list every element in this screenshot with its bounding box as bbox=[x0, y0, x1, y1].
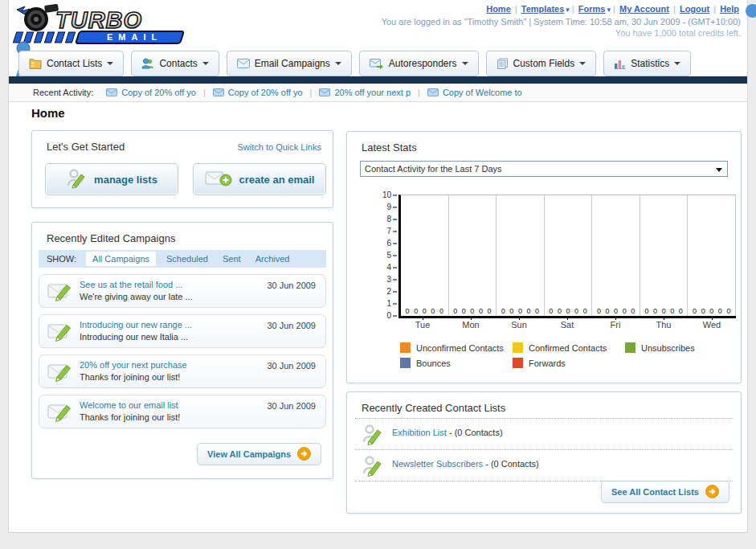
activity-item-label: Copy of Welcome to bbox=[443, 88, 522, 97]
data-value: 0 bbox=[414, 307, 418, 315]
nav-link-forms[interactable]: Forms bbox=[578, 4, 606, 14]
campaign-subtitle: Thanks for joining our list! bbox=[80, 372, 180, 382]
page-title: Home bbox=[31, 106, 65, 120]
y-tick-label: 4 bbox=[386, 263, 391, 272]
contact-list-items: Exhibition List - (0 Contacts)Newsletter… bbox=[355, 419, 733, 481]
data-value: 0 bbox=[453, 307, 457, 315]
campaign-card[interactable]: Introducing our new range ...Introducing… bbox=[39, 314, 326, 348]
data-value: 0 bbox=[597, 307, 601, 315]
chevron-down-icon bbox=[335, 62, 341, 65]
data-value: 0 bbox=[509, 307, 513, 315]
campaign-card[interactable]: 20% off your next purchaseThanks for joi… bbox=[39, 354, 326, 388]
campaign-card[interactable]: See us at the retail food ...We're givin… bbox=[39, 274, 326, 308]
y-tick-label: 2 bbox=[386, 287, 391, 296]
svg-text:EMAIL: EMAIL bbox=[107, 32, 162, 42]
data-value: 0 bbox=[679, 307, 683, 315]
y-tick-label: 5 bbox=[386, 251, 391, 260]
tab-custom-fields[interactable]: Custom Fields bbox=[486, 51, 597, 76]
tab-email-campaigns[interactable]: Email Campaigns bbox=[227, 51, 352, 76]
campaign-title-link[interactable]: 20% off your next purchase bbox=[80, 360, 187, 370]
campaign-title-link[interactable]: Welcome to our email list bbox=[80, 400, 178, 410]
person-pencil-icon bbox=[362, 455, 384, 481]
stats-period-dropdown[interactable]: Contact Activity for the Last 7 Days bbox=[360, 161, 728, 177]
tab-label: Contacts bbox=[159, 58, 197, 69]
tab-label: Contact Lists bbox=[47, 58, 102, 69]
autoresponders-icon bbox=[370, 59, 384, 69]
create-email-button[interactable]: create an email bbox=[193, 163, 326, 195]
recent-activity-item[interactable]: Copy of Welcome to bbox=[427, 88, 522, 97]
recent-activity-item[interactable]: 20% off your next p bbox=[319, 88, 411, 97]
y-tick-label: 3 bbox=[386, 275, 391, 284]
data-value-labels: 00000 bbox=[449, 307, 497, 315]
campaign-title-link[interactable]: Introducing our new range ... bbox=[80, 320, 192, 330]
contact-list-item[interactable]: Exhibition List - (0 Contacts) bbox=[355, 419, 733, 450]
nav-link-logout[interactable]: Logout bbox=[680, 4, 709, 14]
data-value: 0 bbox=[423, 307, 427, 315]
chevron-down-icon bbox=[674, 62, 680, 65]
show-label: SHOW: bbox=[47, 254, 76, 264]
nav-separator: | bbox=[711, 4, 718, 14]
chevron-down-icon bbox=[462, 62, 468, 65]
campaign-title-link[interactable]: See us at the retail food ... bbox=[80, 280, 182, 289]
view-all-campaigns-button[interactable]: View All Campaigns bbox=[197, 443, 321, 465]
recent-activity-item[interactable]: Copy of 20% off yo bbox=[213, 88, 303, 97]
see-all-contact-lists-label: See All Contact Lists bbox=[611, 487, 699, 497]
contact-list-name-link[interactable]: Newsletter Subscribers bbox=[392, 459, 483, 469]
stats-period-value: Contact Activity for the Last 7 Days bbox=[365, 164, 502, 174]
data-value: 0 bbox=[631, 307, 635, 315]
filter-sent[interactable]: Sent bbox=[223, 254, 241, 264]
contact-list-name-link[interactable]: Exhibition List bbox=[392, 428, 447, 437]
legend-swatch bbox=[400, 358, 411, 368]
data-value: 0 bbox=[583, 307, 587, 315]
switch-quick-links-link[interactable]: Switch to Quick Links bbox=[237, 142, 321, 152]
campaign-date: 30 Jun 2009 bbox=[267, 281, 316, 290]
data-value-labels: 00000 bbox=[545, 307, 592, 315]
data-value-labels: 00000 bbox=[688, 307, 735, 315]
create-email-label: create an email bbox=[239, 174, 315, 186]
data-value: 0 bbox=[518, 307, 522, 315]
tab-statistics[interactable]: Statistics bbox=[603, 51, 691, 76]
nav-link-help[interactable]: Help bbox=[720, 4, 739, 14]
chart-day-group: 00000 bbox=[497, 195, 545, 316]
latest-stats-title: Latest Stats bbox=[362, 141, 417, 154]
contact-list-item[interactable]: Newsletter Subscribers - (0 Contacts) bbox=[355, 450, 733, 481]
legend-item-bounces: Bounces bbox=[400, 358, 513, 368]
recent-activity-item[interactable]: Copy of 20% off yo bbox=[106, 88, 196, 97]
filter-links: All CampaignsScheduledSentArchived bbox=[83, 252, 296, 266]
filter-scheduled[interactable]: Scheduled bbox=[166, 254, 208, 264]
chevron-down-icon bbox=[716, 168, 722, 172]
chevron-down-icon bbox=[107, 62, 113, 65]
recent-activity-items: Copy of 20% off yo|Copy of 20% off yo|20… bbox=[106, 88, 522, 97]
tab-contacts[interactable]: Contacts bbox=[131, 51, 219, 76]
x-tick-label: Sat bbox=[543, 320, 591, 330]
data-value: 0 bbox=[462, 307, 466, 315]
contact-lists-title: Recently Created Contact Lists bbox=[362, 402, 505, 414]
campaign-card[interactable]: Welcome to our email listThanks for join… bbox=[39, 395, 326, 428]
manage-lists-button[interactable]: manage lists bbox=[45, 163, 178, 195]
nav-link-my-account[interactable]: My Account bbox=[619, 4, 669, 14]
nav-separator: | bbox=[611, 4, 618, 14]
main-nav-tabs: Contact ListsContactsEmail CampaignsAuto… bbox=[18, 51, 691, 76]
filter-archived[interactable]: Archived bbox=[255, 254, 290, 264]
chevron-down-icon bbox=[579, 62, 586, 65]
filter-all-campaigns[interactable]: All Campaigns bbox=[86, 252, 156, 266]
tab-autoresponders[interactable]: Autoresponders bbox=[359, 51, 479, 76]
legend-swatch bbox=[513, 342, 523, 353]
credits-info: You have 1,000 total credits left. bbox=[382, 28, 741, 38]
mail-icon bbox=[213, 88, 224, 96]
y-tick-label: 1 bbox=[386, 299, 391, 308]
nav-link-templates[interactable]: Templates bbox=[521, 4, 565, 14]
tab-label: Autoresponders bbox=[389, 58, 457, 69]
tab-label: Statistics bbox=[631, 58, 669, 69]
manage-lists-label: manage lists bbox=[94, 174, 157, 186]
tab-contact-lists[interactable]: Contact Lists bbox=[18, 51, 124, 76]
legend-swatch bbox=[625, 342, 635, 353]
see-all-contact-lists-button[interactable]: See All Contact Lists bbox=[601, 481, 729, 503]
turbo-email-logo: TURBO EMAIL bbox=[12, 2, 205, 47]
mail-icon bbox=[319, 88, 330, 96]
recent-activity-label: Recent Activity: bbox=[33, 88, 93, 97]
data-value: 0 bbox=[726, 307, 730, 315]
nav-link-home[interactable]: Home bbox=[486, 4, 511, 14]
legend-swatch bbox=[400, 342, 411, 353]
mail-icon bbox=[427, 88, 439, 96]
